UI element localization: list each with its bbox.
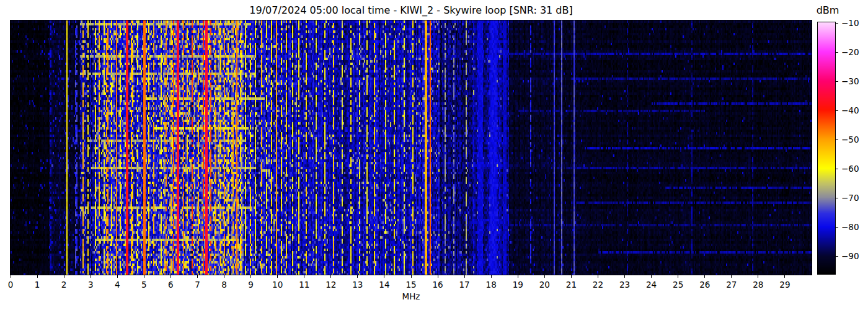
x-tick-label: 24	[639, 280, 664, 290]
colorbar-tick-mark	[835, 81, 838, 82]
x-tick-mark	[784, 275, 785, 278]
colorbar-tick-label: −90	[841, 252, 859, 260]
x-tick-mark	[304, 275, 304, 278]
x-tick-mark	[758, 275, 758, 278]
colorbar	[817, 22, 836, 275]
colorbar-tick-mark	[835, 198, 838, 198]
colorbar-tick-label: −20	[841, 48, 859, 56]
x-tick-mark	[37, 275, 38, 278]
x-tick-label: 4	[105, 280, 130, 290]
colorbar-tick-mark	[835, 23, 838, 24]
x-tick-mark	[250, 275, 251, 278]
x-axis-label: MHz	[380, 291, 442, 301]
x-tick-mark	[704, 275, 705, 278]
x-tick-label: 27	[719, 280, 744, 290]
x-tick-mark	[91, 275, 91, 278]
x-tick-mark	[678, 275, 678, 278]
spectrogram-plot-area	[10, 20, 812, 275]
x-tick-label: 17	[452, 280, 477, 290]
x-tick-label: 15	[399, 280, 423, 290]
colorbar-tick-mark	[835, 52, 838, 53]
x-tick-label: 26	[693, 280, 717, 290]
x-tick-mark	[518, 275, 518, 278]
x-tick-mark	[571, 275, 572, 278]
x-tick-mark	[277, 275, 278, 278]
x-tick-label: 7	[185, 280, 210, 290]
x-tick-label: 21	[559, 280, 583, 290]
colorbar-tick-label: −60	[841, 164, 859, 173]
x-tick-label: 5	[131, 280, 156, 290]
x-tick-label: 29	[773, 280, 797, 290]
x-tick-label: 3	[78, 280, 103, 290]
spectrogram-canvas	[11, 20, 812, 275]
x-tick-label: 1	[25, 280, 50, 290]
x-tick-mark	[197, 275, 198, 278]
x-tick-label: 14	[372, 280, 397, 290]
x-tick-mark	[224, 275, 224, 278]
colorbar-tick-mark	[835, 227, 838, 228]
x-tick-mark	[170, 275, 171, 278]
colorbar-tick-label: −40	[841, 106, 859, 115]
x-tick-label: 20	[532, 280, 557, 290]
x-tick-label: 23	[613, 280, 637, 290]
x-tick-mark	[731, 275, 732, 278]
colorbar-tick-label: −30	[841, 77, 859, 86]
colorbar-unit-label: dBm	[808, 4, 847, 17]
x-tick-mark	[411, 275, 412, 278]
x-tick-mark	[357, 275, 358, 278]
spectrogram-figure: 19/07/2024 05:00 local time - KIWI_2 - S…	[0, 0, 868, 310]
plot-title: 19/07/2024 05:00 local time - KIWI_2 - S…	[11, 4, 812, 17]
x-tick-label: 13	[345, 280, 370, 290]
x-tick-mark	[117, 275, 118, 278]
x-tick-label: 0	[0, 280, 23, 290]
colorbar-tick-mark	[835, 110, 838, 111]
colorbar-tick-mark	[835, 140, 838, 140]
x-tick-mark	[384, 275, 384, 278]
x-tick-mark	[464, 275, 465, 278]
x-tick-label: 18	[479, 280, 503, 290]
x-tick-label: 9	[239, 280, 264, 290]
colorbar-canvas	[818, 22, 835, 274]
x-tick-label: 22	[585, 280, 610, 290]
colorbar-tick-label: −70	[841, 193, 859, 202]
x-tick-label: 16	[425, 280, 450, 290]
x-tick-label: 28	[746, 280, 771, 290]
x-tick-mark	[491, 275, 492, 278]
x-tick-label: 25	[666, 280, 691, 290]
x-tick-mark	[11, 275, 11, 278]
x-tick-mark	[651, 275, 652, 278]
x-tick-mark	[544, 275, 545, 278]
x-tick-mark	[598, 275, 598, 278]
x-tick-label: 10	[265, 280, 290, 290]
colorbar-tick-mark	[835, 256, 838, 257]
x-tick-mark	[624, 275, 625, 278]
x-tick-mark	[438, 275, 438, 278]
colorbar-tick-label: −50	[841, 135, 859, 144]
x-tick-label: 6	[158, 280, 183, 290]
colorbar-tick-label: −80	[841, 223, 859, 231]
x-tick-mark	[64, 275, 64, 278]
x-tick-mark	[330, 275, 331, 278]
x-tick-mark	[144, 275, 144, 278]
colorbar-tick-label: −10	[841, 19, 859, 27]
x-tick-label: 12	[319, 280, 343, 290]
colorbar-tick-mark	[835, 169, 838, 169]
x-tick-label: 2	[51, 280, 76, 290]
x-tick-label: 19	[505, 280, 530, 290]
x-tick-label: 11	[292, 280, 317, 290]
x-tick-label: 8	[212, 280, 237, 290]
